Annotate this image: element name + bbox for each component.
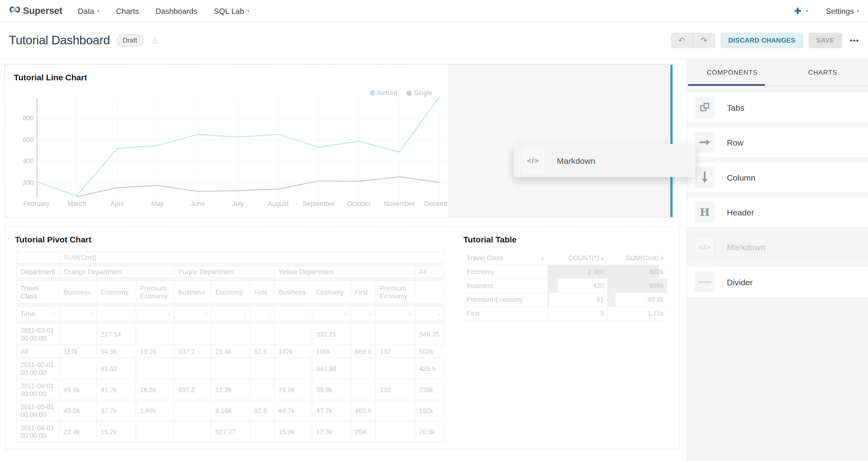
discard-changes-button[interactable]: DISCARD CHANGES — [720, 33, 803, 48]
pivot-data-row: 2011-05-01 00:00:0045.5k37.7k2.69k8.16k9… — [16, 400, 444, 421]
sort-icon[interactable]: ↓↑ — [408, 311, 411, 316]
svg-text:600: 600 — [23, 136, 34, 143]
undo-button[interactable]: ↶ — [671, 33, 693, 48]
svg-text:April: April — [111, 200, 124, 207]
sort-icon[interactable]: ↓↑ — [344, 311, 346, 316]
data-table: Travel Class▲▼COUNT(*)▲▼SUM(Cost)▲▼Econo… — [463, 251, 667, 320]
favorite-star-icon[interactable]: ☆ — [151, 35, 159, 45]
nav-item-sql-lab[interactable]: SQL Lab▾ — [214, 6, 249, 15]
draft-badge: Draft — [117, 34, 143, 47]
component-item-divider[interactable]: Divider — [687, 267, 868, 297]
sort-icon[interactable]: ↓↑ — [53, 310, 55, 315]
sort-icon[interactable]: ↓↑ — [167, 311, 170, 316]
sort-icon[interactable]: ▲▼ — [600, 256, 604, 261]
save-button[interactable]: SAVE — [809, 33, 842, 48]
brand-name[interactable]: Superset — [23, 5, 62, 16]
column-icon — [695, 167, 715, 188]
sort-icon[interactable]: ↓↑ — [437, 311, 439, 316]
sort-icon[interactable]: ▲▼ — [660, 256, 664, 261]
pivot-class-row: Travel ClassBusinessEconomyPremium Econo… — [16, 280, 444, 304]
nav-item-charts[interactable]: Charts — [116, 6, 139, 15]
table-header-row: Travel Class▲▼COUNT(*)▲▼SUM(Cost)▲▼ — [463, 251, 667, 265]
markdown-icon: </> — [695, 236, 715, 257]
table-row: Premium Economy6199.8k — [463, 293, 667, 306]
component-item-header[interactable]: HHeader — [687, 197, 868, 227]
new-item-button[interactable]: ✚ — [794, 6, 801, 16]
dashboard-row-2-dropzone[interactable]: Tutorial Pivot Chart SUM(Cost)Department… — [4, 226, 680, 449]
builder-tabs: COMPONENTS CHARTS — [687, 59, 868, 86]
pivot-table: SUM(Cost)DepartmentOrange DepartmentPurp… — [16, 251, 444, 442]
pivot-data-row: 2011-03-01 00:00:00217.14332.21549.35 — [16, 324, 444, 345]
chart-title: Tutorial Line Chart — [14, 72, 87, 82]
sort-icon[interactable]: ↓↑ — [305, 311, 308, 316]
settings-label: Settings — [826, 6, 854, 15]
svg-text:December: December — [424, 200, 448, 207]
dashboard-title-bar: Tutorial Dashboard Draft ☆ ↶ ↷ DISCARD C… — [0, 22, 868, 59]
chevron-down-icon: ▾ — [97, 8, 99, 13]
dragged-markdown-card[interactable]: </> Markdown — [514, 144, 695, 177]
pivot-data-row: 2011-04-01 00:00:0021.4k15.2k927.7715.9k… — [16, 421, 444, 442]
pivot-data-row: All117k94.9k19.2k937.221.4k92.6142k106k6… — [16, 345, 444, 358]
pivot-metric-row: SUM(Cost) — [16, 252, 444, 264]
undo-redo-group: ↶ ↷ — [671, 33, 715, 48]
nav-item-data[interactable]: Data▾ — [78, 6, 99, 15]
table-row: Business420696k — [463, 279, 667, 293]
superset-logo-icon[interactable]: ∞ — [9, 3, 21, 14]
svg-text:June: June — [190, 200, 205, 207]
pivot-data-row: 2011-06-01 00:00:0049.9k41.7k16.5k937.21… — [16, 379, 444, 400]
component-item-label: Divider — [727, 277, 753, 287]
line-chart: 200400600800FebruaryMarchAprilMayJuneJul… — [5, 93, 448, 217]
pivot-department-row: DepartmentOrange DepartmentPurple Depart… — [16, 266, 444, 278]
tab-components[interactable]: COMPONENTS — [687, 59, 777, 85]
top-nav: ∞ Superset Data▾ChartsDashboardsSQL Lab▾… — [0, 0, 868, 22]
dashboard-content: Tutorial Line Chart ReturnSingle 2004006… — [0, 59, 868, 461]
page-title[interactable]: Tutorial Dashboard — [9, 33, 110, 48]
line-chart-card[interactable]: Tutorial Line Chart ReturnSingle 2004006… — [5, 65, 448, 217]
more-options-button[interactable]: ••• — [850, 36, 859, 44]
svg-text:March: March — [68, 200, 86, 207]
chart-title: Tutorial Pivot Chart — [15, 235, 91, 244]
chevron-down-icon[interactable]: ▾ — [806, 8, 808, 13]
component-item-label: Markdown — [727, 242, 765, 252]
svg-text:800: 800 — [23, 114, 34, 122]
sort-icon[interactable]: ↓↑ — [243, 311, 246, 316]
sort-icon[interactable]: ▲▼ — [541, 256, 545, 261]
sort-icon[interactable]: ↓↑ — [268, 311, 270, 316]
component-item-column[interactable]: Column — [687, 162, 868, 192]
dashboard-canvas: Tutorial Line Chart ReturnSingle 2004006… — [0, 59, 686, 461]
svg-text:February: February — [23, 200, 50, 207]
nav-item-dashboards[interactable]: Dashboards — [155, 6, 197, 15]
markdown-icon: </> — [523, 149, 544, 173]
svg-text:May: May — [151, 200, 164, 207]
divider-icon — [695, 271, 715, 292]
sort-icon[interactable]: ↓↑ — [204, 311, 207, 316]
tab-charts[interactable]: CHARTS — [777, 59, 868, 85]
nav-right: ✚ ▾ Settings ▾ — [794, 6, 859, 16]
component-item-row[interactable]: Row — [687, 127, 868, 157]
sort-icon[interactable]: ↓↑ — [129, 311, 132, 316]
svg-text:400: 400 — [23, 157, 34, 165]
component-list: TabsRowColumnHHeader</>MarkdownDivider — [687, 86, 868, 297]
component-item-label: Tabs — [727, 103, 744, 112]
dashboard-row-1-dropzone[interactable]: Tutorial Line Chart ReturnSingle 2004006… — [4, 64, 674, 218]
table-chart-card[interactable]: Tutorial Table Travel Class▲▼COUNT(*)▲▼S… — [455, 227, 675, 449]
dragged-item-label: Markdown — [557, 156, 595, 165]
svg-text:August: August — [268, 200, 289, 207]
redo-button[interactable]: ↷ — [693, 33, 715, 48]
settings-menu[interactable]: Settings ▾ — [826, 6, 859, 15]
component-item-label: Header — [727, 207, 754, 217]
sort-icon[interactable]: ↓↑ — [90, 311, 92, 316]
sort-icon[interactable]: ↓↑ — [369, 311, 371, 316]
drop-indicator — [671, 65, 673, 217]
component-item-tabs[interactable]: Tabs — [687, 92, 868, 122]
svg-text:October: October — [347, 200, 371, 207]
table-row: First91.71k — [463, 306, 667, 320]
svg-text:200: 200 — [23, 179, 34, 186]
svg-text:November: November — [384, 200, 415, 207]
pivot-time-row: Time↓↑↓↑↓↑↓↑↓↑↓↑↓↑↓↑↓↑↓↑↓↑↓↑ — [16, 306, 444, 321]
header-icon: H — [695, 202, 715, 222]
chevron-down-icon: ▾ — [247, 8, 249, 13]
pivot-chart-card[interactable]: Tutorial Pivot Chart SUM(Cost)Department… — [6, 227, 448, 449]
component-item-markdown[interactable]: </>Markdown — [687, 232, 868, 262]
chevron-down-icon: ▾ — [857, 8, 859, 13]
